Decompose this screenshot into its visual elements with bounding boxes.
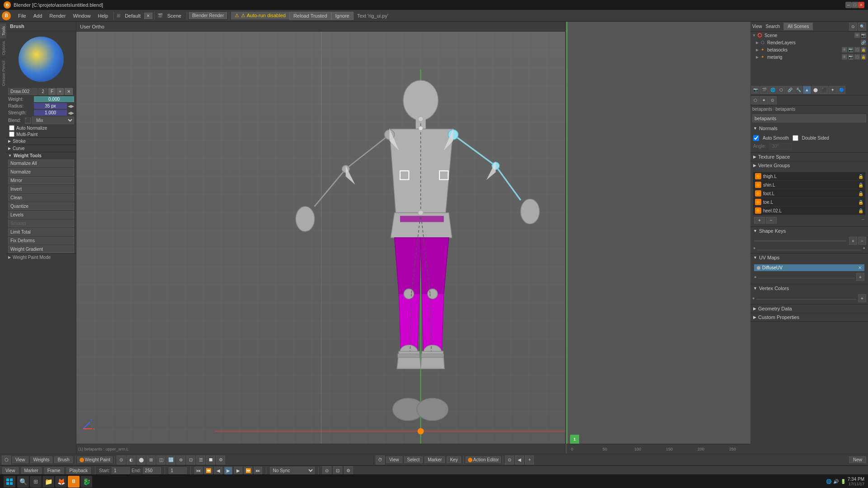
- vp-view-btn[interactable]: View: [12, 456, 28, 463]
- prop-icon-constraints[interactable]: 🔗: [786, 86, 794, 94]
- tb-icon-8[interactable]: ⊡: [186, 455, 195, 465]
- tb-icon-9[interactable]: ☰: [196, 455, 205, 465]
- tb-icon-11[interactable]: ⚙: [216, 455, 225, 465]
- mr-action3[interactable]: ⬡: [854, 54, 860, 60]
- engine-selector[interactable]: Blender Render: [189, 12, 227, 19]
- outliner-betasocks[interactable]: ▶ ✦ betasocks 👁 📷 ⬡ 🔒: [750, 46, 868, 53]
- ae-new-btn[interactable]: New: [849, 456, 866, 463]
- menu-add[interactable]: Add: [30, 12, 46, 19]
- uv-header[interactable]: ▼ UV Maps: [750, 253, 868, 262]
- tb-icon-5[interactable]: ◫: [156, 455, 165, 465]
- reload-trusted-button[interactable]: Reload Trusted: [289, 12, 331, 20]
- ae-select-btn[interactable]: Select: [404, 456, 423, 463]
- object-name-field[interactable]: [752, 114, 866, 122]
- tb-icon-1[interactable]: ⊙: [117, 455, 126, 465]
- normals-header[interactable]: ▼ Normals: [750, 124, 868, 132]
- close-button[interactable]: ✕: [858, 2, 864, 8]
- prop-icon-physics[interactable]: 🔵: [837, 86, 845, 94]
- brush-name-input[interactable]: [8, 88, 38, 95]
- tl-view-btn[interactable]: View: [2, 467, 19, 474]
- vc-header[interactable]: ▼ Vertex Colors: [750, 284, 868, 292]
- mr-action2[interactable]: 📷: [848, 54, 854, 60]
- mirror-button[interactable]: Mirror: [8, 177, 74, 184]
- scene-icon-btn2[interactable]: 🔍: [858, 23, 866, 31]
- clean-button[interactable]: Clean: [8, 194, 74, 202]
- brush-f-button[interactable]: F: [48, 88, 56, 95]
- current-frame-input[interactable]: [169, 467, 187, 474]
- tl-goto-start[interactable]: ⏮: [194, 467, 203, 475]
- scene-action1[interactable]: 👁: [854, 33, 860, 38]
- maximize-button[interactable]: □: [852, 2, 858, 8]
- scene-action2[interactable]: 📷: [861, 33, 866, 38]
- weight-value[interactable]: 0.000: [34, 96, 74, 102]
- levels-button[interactable]: Levels: [8, 211, 74, 219]
- vg-lock-3[interactable]: 🔒: [858, 191, 863, 196]
- blender-taskbar-button[interactable]: B: [68, 476, 80, 488]
- tl-icon-1[interactable]: ⊙: [322, 466, 331, 475]
- vg-shin-l[interactable]: 🔶 shin.L 🔒: [753, 181, 865, 189]
- vp-mode-icon[interactable]: ⬡: [2, 455, 11, 465]
- radius-value[interactable]: 35 px: [34, 103, 67, 109]
- angle-input[interactable]: [769, 143, 792, 150]
- tl-next-key[interactable]: ⏩: [244, 467, 252, 475]
- auto-normalize-checkbox[interactable]: [9, 125, 14, 131]
- prop-icon-material[interactable]: ⬤: [811, 86, 820, 94]
- ignore-button[interactable]: Ignore: [331, 12, 354, 20]
- prop-icon2-2[interactable]: ✦: [760, 96, 768, 104]
- weight-gradient-button[interactable]: Weight Gradient: [8, 245, 74, 253]
- menu-render[interactable]: Render: [46, 12, 69, 19]
- cp-header[interactable]: ▶ Custom Properties: [750, 313, 868, 321]
- vg-btn-remove[interactable]: −: [766, 217, 777, 224]
- double-sided-checkbox[interactable]: [793, 135, 798, 141]
- quantize-button[interactable]: Quantize: [8, 202, 74, 210]
- uv-add-btn[interactable]: +: [856, 273, 864, 281]
- task-view-button[interactable]: ⊞: [30, 476, 42, 488]
- tl-playback-btn[interactable]: Playback: [66, 467, 91, 474]
- tl-marker-btn[interactable]: Marker: [21, 467, 42, 474]
- invert-button[interactable]: Invert: [8, 185, 74, 193]
- file-explorer-button[interactable]: 📁: [42, 476, 54, 488]
- end-frame-input[interactable]: [143, 467, 161, 474]
- ae-marker-btn[interactable]: Marker: [425, 456, 445, 463]
- limit-total-button[interactable]: Limit Total: [8, 228, 74, 236]
- scene-name[interactable]: Scene: [164, 12, 185, 19]
- vg-btn-add[interactable]: +: [754, 217, 765, 224]
- vp-brush-btn[interactable]: Brush: [54, 456, 72, 463]
- mr-action1[interactable]: 👁: [842, 54, 847, 60]
- menu-window[interactable]: Window: [69, 12, 94, 19]
- menu-file[interactable]: File: [14, 12, 30, 19]
- tab-options[interactable]: Options: [0, 38, 6, 58]
- vg-lock-2[interactable]: 🔒: [858, 183, 863, 188]
- start-button[interactable]: [4, 476, 15, 488]
- tb-icon-2[interactable]: ◐: [127, 455, 136, 465]
- vg-lock-1[interactable]: 🔒: [858, 174, 863, 179]
- gd-header[interactable]: ▶ Geometry Data: [750, 305, 868, 313]
- mr-action4[interactable]: 🔒: [861, 54, 866, 60]
- fix-deforms-button[interactable]: Fix Deforms: [8, 237, 74, 244]
- auto-smooth-checkbox[interactable]: [753, 135, 759, 141]
- tl-prev-frame[interactable]: ◀: [214, 467, 222, 475]
- prop-icon-data[interactable]: ▲: [803, 86, 811, 94]
- prop-icon2-3[interactable]: ⊙: [769, 96, 777, 104]
- prop-icon2-1[interactable]: ⬡: [751, 96, 760, 104]
- outliner-renderlayers[interactable]: ▶ ⬡ RenderLayers 🔗: [750, 39, 868, 46]
- rl-action1[interactable]: 🔗: [861, 40, 866, 45]
- prop-icon-object[interactable]: ⬡: [777, 86, 785, 94]
- vp-weights-btn[interactable]: Weights: [30, 456, 53, 463]
- bs-action4[interactable]: 🔒: [861, 47, 866, 52]
- layout-close[interactable]: ✕: [144, 13, 152, 19]
- tb-icon-4[interactable]: ⊞: [146, 455, 156, 465]
- prop-icon-texture[interactable]: ⬛: [820, 86, 828, 94]
- search-button[interactable]: 🔍: [17, 476, 29, 488]
- uv-x-btn[interactable]: ✕: [858, 265, 862, 270]
- multi-paint-checkbox[interactable]: [9, 131, 14, 137]
- vg-foot-l[interactable]: 🔶 foot.L 🔒: [753, 189, 865, 198]
- breadcrumb-2[interactable]: betapants: [775, 107, 795, 112]
- tl-prev-key[interactable]: ⏪: [204, 467, 212, 475]
- curve-section[interactable]: ▶ Curve: [6, 145, 76, 152]
- prop-icon-particles[interactable]: ✦: [829, 86, 837, 94]
- firefox-button[interactable]: 🦊: [55, 476, 67, 488]
- prop-icon-scene[interactable]: 🎬: [760, 86, 768, 94]
- blend-select[interactable]: Mix Add Subtract: [32, 117, 74, 124]
- vg-lock-5[interactable]: 🔒: [858, 208, 863, 213]
